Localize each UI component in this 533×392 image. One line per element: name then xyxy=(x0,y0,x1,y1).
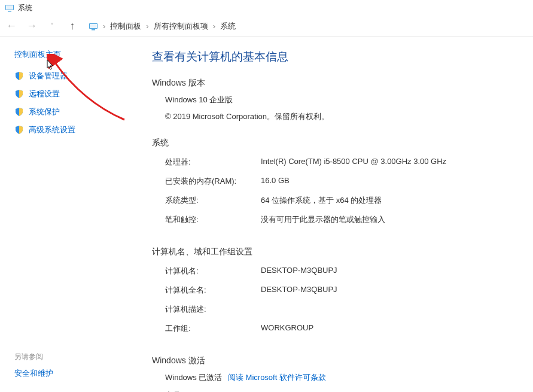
kv-key: 计算机全名: xyxy=(165,285,261,296)
kv-key: 系统类型: xyxy=(165,195,261,206)
kv-key: 工作组: xyxy=(165,323,261,334)
kv-val: 64 位操作系统，基于 x64 的处理器 xyxy=(261,195,382,206)
recent-dropdown[interactable]: ˅ xyxy=(45,20,59,33)
section-activation-title: Windows 激活 xyxy=(152,355,521,366)
system-icon xyxy=(5,3,14,13)
sidebar-link-label: 远程设置 xyxy=(29,89,60,99)
breadcrumb[interactable]: › 控制面板 › 所有控制面板项 › 系统 xyxy=(86,21,528,32)
breadcrumb-mid[interactable]: 所有控制面板项 xyxy=(154,21,208,32)
kv-val: DESKTOP-M3QBUPJ xyxy=(261,285,337,296)
sidebar-link-label: 设备管理器 xyxy=(29,71,68,81)
system-row-ram: 已安装的内存(RAM): 16.0 GB xyxy=(152,174,521,193)
sidebar-link-advanced-settings[interactable]: 高级系统设置 xyxy=(14,124,138,135)
svg-rect-4 xyxy=(90,24,97,28)
sidebar-link-device-manager[interactable]: 设备管理器 xyxy=(14,71,138,81)
section-edition-title: Windows 版本 xyxy=(152,78,521,89)
system-row-processor: 处理器: Intel(R) Core(TM) i5-8500 CPU @ 3.0… xyxy=(152,154,521,174)
forward-button[interactable]: → xyxy=(25,20,38,33)
windows-edition: Windows 10 企业版 xyxy=(152,95,521,105)
system-row-type: 系统类型: 64 位操作系统，基于 x64 的处理器 xyxy=(152,193,521,212)
content-panel: 查看有关计算机的基本信息 Windows 版本 Windows 10 企业版 ©… xyxy=(138,37,533,392)
up-button[interactable]: ↑ xyxy=(66,20,79,33)
kv-key: 计算机名: xyxy=(165,266,261,276)
kv-val: 没有可用于此显示器的笔或触控输入 xyxy=(261,214,385,225)
monitor-icon xyxy=(89,22,98,31)
license-terms-link[interactable]: 阅读 Microsoft 软件许可条款 xyxy=(228,373,326,382)
kv-key: 处理器: xyxy=(165,157,261,168)
naming-row-description: 计算机描述: xyxy=(152,302,521,321)
window-title: 系统 xyxy=(18,3,32,13)
chevron-right-icon: › xyxy=(102,22,106,31)
sidebar-link-system-protection[interactable]: 系统保护 xyxy=(14,107,138,117)
svg-rect-2 xyxy=(8,11,11,12)
shield-icon xyxy=(14,107,24,117)
sidebar-link-remote-settings[interactable]: 远程设置 xyxy=(14,89,138,99)
security-maintenance-link[interactable]: 安全和维护 xyxy=(14,368,138,379)
copyright-text: © 2019 Microsoft Corporation。保留所有权利。 xyxy=(152,111,521,122)
breadcrumb-root[interactable]: 控制面板 xyxy=(110,21,141,32)
naming-row-workgroup: 工作组: WORKGROUP xyxy=(152,321,521,340)
shield-icon xyxy=(14,89,24,99)
naming-row-computer-name: 计算机名: DESKTOP-M3QBUPJ xyxy=(152,263,521,282)
control-panel-home-link[interactable]: 控制面板主页 xyxy=(14,49,61,60)
system-row-pen-touch: 笔和触控: 没有可用于此显示器的笔或触控输入 xyxy=(152,212,521,231)
title-bar: 系统 xyxy=(0,0,533,16)
kv-val: DESKTOP-M3QBUPJ xyxy=(261,266,337,276)
breadcrumb-leaf[interactable]: 系统 xyxy=(220,21,236,32)
kv-key: 计算机描述: xyxy=(165,304,261,315)
page-heading: 查看有关计算机的基本信息 xyxy=(152,49,521,65)
nav-bar: ← → ˅ ↑ › 控制面板 › 所有控制面板项 › 系统 xyxy=(0,16,533,37)
back-button[interactable]: ← xyxy=(5,20,18,33)
sidebar-link-label: 系统保护 xyxy=(29,107,60,117)
kv-val: WORKGROUP xyxy=(261,323,313,334)
svg-rect-1 xyxy=(6,5,13,10)
svg-rect-5 xyxy=(92,29,95,31)
activation-status-text: Windows 已激活 xyxy=(165,373,222,382)
chevron-right-icon: › xyxy=(145,22,150,31)
shield-icon xyxy=(14,125,24,135)
kv-key: 笔和触控: xyxy=(165,214,261,225)
sidebar: 控制面板主页 设备管理器 远程设置 系统保护 xyxy=(0,37,138,392)
section-naming-title: 计算机名、域和工作组设置 xyxy=(152,247,521,257)
kv-val: 16.0 GB xyxy=(261,176,290,187)
kv-val: Intel(R) Core(TM) i5-8500 CPU @ 3.00GHz … xyxy=(261,157,446,168)
activation-status-line: Windows 已激活 阅读 Microsoft 软件许可条款 xyxy=(152,372,521,383)
kv-key: 已安装的内存(RAM): xyxy=(165,176,261,187)
naming-row-full-name: 计算机全名: DESKTOP-M3QBUPJ xyxy=(152,282,521,302)
section-system-title: 系统 xyxy=(152,138,521,148)
sidebar-link-label: 高级系统设置 xyxy=(29,124,75,135)
shield-icon xyxy=(14,71,24,81)
chevron-right-icon: › xyxy=(212,22,217,31)
see-also-label: 另请参阅 xyxy=(14,352,138,362)
